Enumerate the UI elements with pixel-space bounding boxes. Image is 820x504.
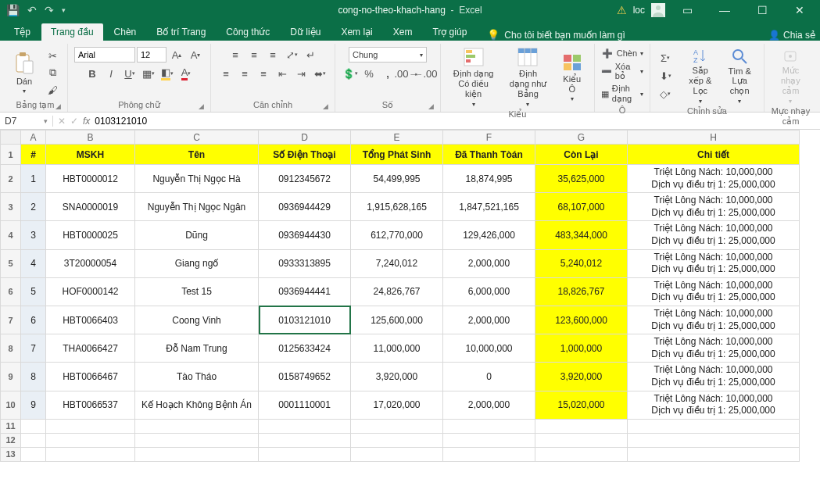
number-format-combo[interactable]: Chung▾	[349, 47, 427, 63]
column-header-B[interactable]: B	[46, 130, 135, 145]
sort-filter-button[interactable]: AZ Sắp xếp & Lọc▾	[683, 47, 717, 105]
insert-cells-button[interactable]: ➕Chèn ▾	[601, 47, 643, 59]
select-all-corner[interactable]	[1, 130, 21, 145]
tab-công-thức[interactable]: Công thức	[217, 23, 279, 41]
cell[interactable]: 1,847,521,165	[443, 193, 535, 221]
cell[interactable]: THA0066427	[46, 334, 135, 363]
italic-button[interactable]: I	[102, 66, 120, 81]
cell[interactable]: HBT0000012	[46, 165, 135, 193]
row-header-7[interactable]: 7	[1, 306, 21, 334]
save-icon[interactable]: 💾	[6, 4, 20, 16]
delete-cells-button[interactable]: ➖Xóa bỏ ▾	[601, 62, 643, 81]
cell[interactable]: Triệt Lông Nách: 10,000,000Dịch vụ điều …	[628, 334, 800, 363]
font-color-button[interactable]: A▾	[177, 66, 195, 81]
name-box[interactable]: D7▾	[0, 116, 53, 127]
cell[interactable]: 0936944429	[259, 193, 351, 221]
cell[interactable]: SNA0000019	[46, 193, 135, 221]
fill-icon[interactable]: ⬇ ▾	[657, 68, 674, 84]
cell[interactable]: HBT0066467	[46, 363, 135, 391]
cell[interactable]: Coong Vinh	[135, 306, 259, 334]
cell[interactable]: HBT0000025	[46, 221, 135, 249]
percent-format-icon[interactable]: %	[360, 66, 378, 81]
cell[interactable]: Triệt Lông Nách: 10,000,000Dịch vụ điều …	[628, 249, 800, 277]
cell[interactable]: 6	[21, 306, 46, 334]
cell[interactable]	[46, 447, 135, 461]
find-select-button[interactable]: Tìm & Lựa chọn▾	[722, 48, 757, 105]
cell[interactable]: HOF0000142	[46, 277, 135, 306]
row-header-3[interactable]: 3	[1, 193, 21, 221]
cell[interactable]: Triệt Lông Nách: 10,000,000Dịch vụ điều …	[628, 306, 800, 334]
row-header-10[interactable]: 10	[1, 391, 21, 419]
align-bottom-icon[interactable]: ≡	[264, 47, 281, 63]
cell[interactable]: 0936944441	[259, 277, 351, 306]
cell[interactable]	[443, 419, 535, 433]
cell[interactable]: 7	[21, 334, 46, 363]
header-cell[interactable]: Số Điện Thoại	[259, 145, 351, 165]
cell[interactable]: 9	[21, 391, 46, 419]
cell[interactable]	[135, 447, 259, 461]
cell[interactable]	[259, 433, 351, 447]
cell[interactable]: 0933313895	[259, 249, 351, 277]
row-header-2[interactable]: 2	[1, 165, 21, 193]
alignment-launcher[interactable]: ◢	[323, 102, 328, 110]
clipboard-launcher[interactable]: ◢	[56, 102, 61, 110]
insert-function-icon[interactable]: fx	[83, 116, 90, 127]
cell[interactable]	[46, 419, 135, 433]
bold-button[interactable]: B	[84, 66, 101, 81]
format-as-table-button[interactable]: Định dạng như Bảng▾	[504, 47, 552, 108]
row-header-13[interactable]: 13	[1, 447, 21, 461]
paste-button[interactable]: Dán ▾	[9, 52, 39, 95]
cell[interactable]: 15,020,000	[535, 391, 628, 419]
cell[interactable]: 0912345672	[259, 165, 351, 193]
row-header-5[interactable]: 5	[1, 249, 21, 277]
cell[interactable]	[443, 433, 535, 447]
cell[interactable]: HBT0066537	[46, 391, 135, 419]
column-header-G[interactable]: G	[535, 130, 628, 145]
cell[interactable]: 24,826,767	[351, 277, 443, 306]
cell[interactable]: 129,426,000	[443, 221, 535, 249]
header-cell[interactable]: Còn Lại	[535, 145, 628, 165]
cell[interactable]: Triệt Lông Nách: 10,000,000Dịch vụ điều …	[628, 363, 800, 391]
row-header-6[interactable]: 6	[1, 277, 21, 306]
cell[interactable]	[443, 447, 535, 461]
cell[interactable]: 125,600,000	[351, 306, 443, 334]
cell[interactable]	[135, 419, 259, 433]
cell[interactable]: 35,625,000	[535, 165, 628, 193]
row-header-1[interactable]: 1	[1, 145, 21, 165]
cell[interactable]: Giang ngố	[135, 249, 259, 277]
tab-xem-lại[interactable]: Xem lại	[331, 23, 381, 41]
cell[interactable]: Kế Hoạch Không Bệnh Án	[135, 391, 259, 419]
wrap-text-icon[interactable]: ↵	[302, 47, 319, 63]
cell[interactable]: Nguyễn Thị Ngọc Hà	[135, 165, 259, 193]
cell[interactable]: Test 15	[135, 277, 259, 306]
worksheet-grid[interactable]: ABCDEFGH1#MSKHTênSố Điện ThoạiTổng Phát …	[0, 130, 800, 462]
cell[interactable]: 483,344,000	[535, 221, 628, 249]
cell[interactable]: 0001110001	[259, 391, 351, 419]
header-cell[interactable]: Đã Thanh Tòán	[443, 145, 535, 165]
tab-dữ-liệu[interactable]: Dữ liệu	[281, 23, 330, 41]
row-header-9[interactable]: 9	[1, 363, 21, 391]
cell[interactable]: 0	[443, 363, 535, 391]
cell[interactable]: 18,874,995	[443, 165, 535, 193]
close-button[interactable]: ✕	[784, 4, 815, 16]
cell[interactable]: 123,600,000	[535, 306, 628, 334]
tab-chèn[interactable]: Chèn	[105, 23, 146, 41]
format-painter-button[interactable]: 🖌	[44, 82, 61, 98]
account-name[interactable]: loc	[633, 5, 645, 16]
cell[interactable]: 5	[21, 277, 46, 306]
warning-icon[interactable]: ⚠	[617, 4, 627, 16]
number-launcher[interactable]: ◢	[428, 102, 434, 110]
accounting-format-icon[interactable]: 💲▾	[342, 66, 359, 81]
cell[interactable]: Triệt Lông Nách: 10,000,000Dịch vụ điều …	[628, 221, 800, 249]
table-row[interactable]: 32SNA0000019Nguyễn Thị Ngọc Ngân09369444…	[1, 193, 800, 221]
cell[interactable]	[259, 419, 351, 433]
cell[interactable]: 3,920,000	[351, 363, 443, 391]
table-row[interactable]: 76HBT0066403Coong Vinh0103121010125,600,…	[1, 306, 800, 334]
redo-icon[interactable]: ↷	[45, 4, 54, 16]
conditional-formatting-button[interactable]: Định dạng Có điều kiện▾	[447, 47, 500, 108]
cell[interactable]	[351, 447, 443, 461]
table-row[interactable]: 21HBT0000012Nguyễn Thị Ngọc Hà0912345672…	[1, 165, 800, 193]
format-cells-button[interactable]: ▦Định dạng ▾	[601, 84, 643, 104]
tell-me-search[interactable]: 💡Cho tôi biết bạn muốn làm gì	[487, 29, 625, 41]
row-header-8[interactable]: 8	[1, 334, 21, 363]
